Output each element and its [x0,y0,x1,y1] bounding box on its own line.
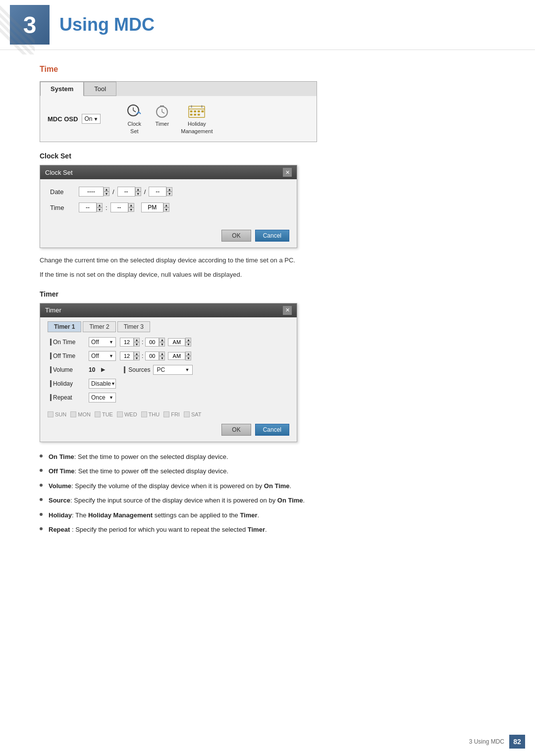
date-month-down[interactable]: ▼ [135,192,141,196]
off-time-label: Off Time [50,353,85,359]
day-wed-checkbox[interactable] [117,411,123,417]
time-hour-down[interactable]: ▼ [97,207,103,212]
day-tue-checkbox[interactable] [95,411,101,417]
on-time-hour-up[interactable]: ▲ [134,338,140,342]
time-row: Time ▲ ▼ : ▲ [50,202,287,212]
off-time-ampm-down[interactable]: ▼ [185,356,191,360]
on-time-minute-up[interactable]: ▲ [159,338,165,342]
day-wed[interactable]: WED [117,411,137,417]
on-time-row: On Time Off ▼ ▲ ▼ : [50,337,287,347]
off-time-minute-spin: ▲ ▼ [145,352,165,360]
on-time-ampm-input[interactable] [168,338,185,346]
timer-tab-bar: Timer 1 Timer 2 Timer 3 [40,317,297,332]
tab-system[interactable]: System [40,82,84,96]
off-time-minute-up[interactable]: ▲ [159,352,165,356]
off-time-dropdown[interactable]: Off ▼ [89,351,116,361]
clock-set-cancel-button[interactable]: Cancel [255,230,289,242]
clock-set-close-button[interactable]: ✕ [283,168,292,177]
bullet-dot [40,454,43,457]
clock-set-icon [125,103,143,119]
page-number-box: 82 [509,735,525,749]
on-time-hour-input[interactable] [120,338,134,347]
day-thu[interactable]: THU [141,411,160,417]
date-year-down[interactable]: ▼ [104,192,109,196]
timer-tab-2[interactable]: Timer 2 [83,321,115,332]
volume-right-arrow[interactable]: ▶ [101,366,105,373]
icon-buttons: Clock Set Timer [125,101,213,137]
off-time-hour-up[interactable]: ▲ [134,352,140,356]
time-ampm-up[interactable]: ▲ [163,203,169,207]
timer-cancel-button[interactable]: Cancel [255,424,289,436]
date-year-input[interactable] [79,187,104,197]
chapter-header: 3 Using MDC [0,0,535,50]
svg-rect-18 [190,114,193,116]
time-hour-input[interactable] [79,202,97,212]
day-sat-label: SAT [191,411,202,417]
time-ampm-input[interactable] [141,202,163,212]
on-time-hour-down[interactable]: ▼ [134,342,140,347]
off-time-ampm-up[interactable]: ▲ [185,352,191,356]
time-minute-up[interactable]: ▲ [128,203,134,207]
footer-chapter-text: 3 Using MDC [469,738,504,745]
date-sep1: / [111,188,115,196]
holiday-bar [50,380,52,387]
holiday-row: Holiday Disable ▼ [50,379,287,389]
off-time-hour-down[interactable]: ▼ [134,356,140,360]
svg-rect-19 [194,114,197,116]
tab-tool[interactable]: Tool [84,82,116,96]
mdc-osd-select[interactable]: On ▼ [82,114,101,124]
volume-label: Volume [50,366,85,373]
date-day-down[interactable]: ▼ [166,192,172,196]
date-year-up[interactable]: ▲ [104,187,109,192]
day-tue[interactable]: TUE [95,411,113,417]
timer-tab-1[interactable]: Timer 1 [48,321,81,332]
time-ampm-down[interactable]: ▼ [163,207,169,212]
time-minute-input[interactable] [110,202,128,212]
on-time-bar [50,339,52,346]
day-sun[interactable]: SUN [48,411,66,417]
day-thu-checkbox[interactable] [141,411,147,417]
bullet-list: On Time: Set the time to power on the se… [40,452,495,535]
date-day-up[interactable]: ▲ [166,187,172,192]
date-day-input[interactable] [149,187,166,197]
day-mon[interactable]: MON [70,411,91,417]
day-sun-checkbox[interactable] [48,411,54,417]
bullet-dot [40,527,43,530]
timer-icon-btn[interactable]: Timer [153,103,171,134]
day-sat-checkbox[interactable] [184,411,190,417]
repeat-row: Repeat Once ▼ [50,393,287,403]
holiday-management-icon-btn[interactable]: Holiday Management [181,103,213,134]
on-time-ampm-up[interactable]: ▲ [185,338,191,342]
clock-set-icon-btn[interactable]: Clock Set [125,103,143,134]
bullet-repeat: Repeat : Specify the period for which yo… [40,525,495,535]
day-fri[interactable]: FRI [163,411,180,417]
on-time-minute-down[interactable]: ▼ [159,342,165,347]
off-time-minute-down[interactable]: ▼ [159,356,165,360]
timer-dialog: Timer ✕ Timer 1 Timer 2 Timer 3 On Time [40,303,297,442]
timer-close-button[interactable]: ✕ [283,306,292,315]
day-mon-checkbox[interactable] [70,411,76,417]
date-month-up[interactable]: ▲ [135,187,141,192]
date-row: Date ▲ ▼ / ▲ [50,187,287,197]
clock-set-ok-button[interactable]: OK [221,230,251,242]
date-spin-group: ▲ ▼ / ▲ ▼ / [79,187,172,197]
holiday-management-icon [188,103,206,119]
off-time-ampm-input[interactable] [168,352,185,360]
time-minute-down[interactable]: ▼ [128,207,134,212]
off-time-hour-input[interactable] [120,352,134,360]
sources-dropdown[interactable]: PC ▼ [153,365,193,375]
off-time-dropdown-arrow: ▼ [109,353,113,358]
day-fri-checkbox[interactable] [163,411,169,417]
time-hour-up[interactable]: ▲ [97,203,103,207]
date-sep2: / [143,188,147,196]
on-time-dropdown[interactable]: Off ▼ [89,337,116,347]
on-time-minute-input[interactable] [145,338,159,347]
date-month-input[interactable] [117,187,135,197]
on-time-ampm-down[interactable]: ▼ [185,342,191,347]
holiday-dropdown[interactable]: Disable ▼ [89,379,116,389]
timer-tab-3[interactable]: Timer 3 [117,321,150,332]
off-time-minute-input[interactable] [145,352,159,360]
day-sat[interactable]: SAT [184,411,202,417]
timer-ok-button[interactable]: OK [221,424,251,436]
repeat-dropdown[interactable]: Once ▼ [89,393,116,403]
